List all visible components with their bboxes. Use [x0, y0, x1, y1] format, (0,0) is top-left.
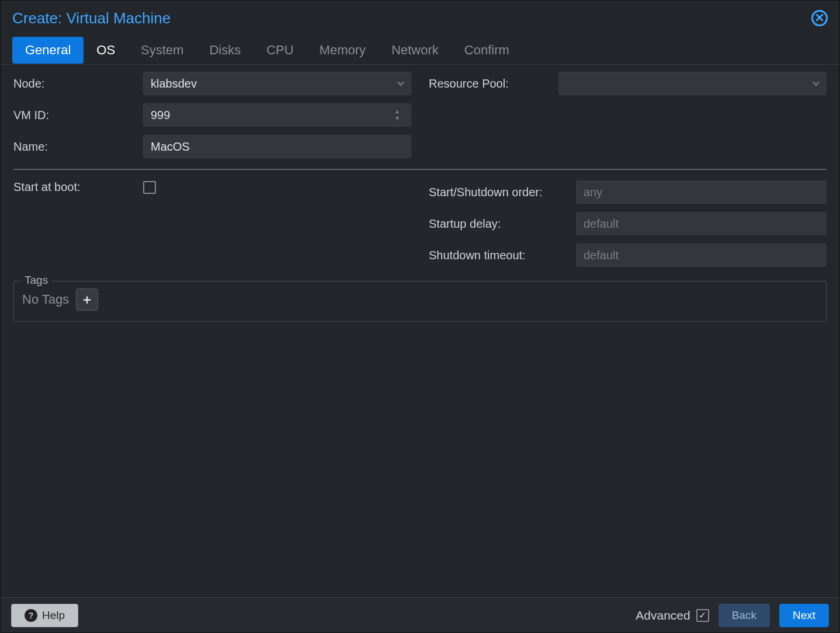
- left-column: Node: klabsdev VM ID: 999 ▴ ▾: [13, 72, 411, 158]
- wizard-tabs: General OS System Disks CPU Memory Netwo…: [1, 36, 839, 65]
- shutdown-timeout-input[interactable]: default: [576, 244, 827, 267]
- startup-delay-placeholder: default: [584, 217, 619, 231]
- tab-disks[interactable]: Disks: [196, 37, 254, 64]
- add-tag-button[interactable]: ＋: [76, 288, 98, 311]
- vmid-field-row: VM ID: 999 ▴ ▾: [13, 103, 411, 127]
- node-value: klabsdev: [151, 77, 197, 91]
- start-shutdown-order-placeholder: any: [584, 186, 602, 199]
- back-button[interactable]: Back: [718, 604, 770, 627]
- tags-legend: Tags: [21, 274, 51, 287]
- next-button[interactable]: Next: [779, 604, 829, 627]
- resource-pool-label: Resource Pool:: [429, 77, 551, 91]
- name-field-row: Name: MacOS: [13, 135, 411, 158]
- dialog-footer: ? Help Advanced Back Next: [1, 597, 839, 632]
- plus-icon: ＋: [81, 291, 93, 308]
- start-at-boot-checkbox[interactable]: [143, 181, 156, 194]
- advanced-left-column: Start at boot:: [13, 180, 411, 267]
- vmid-label: VM ID:: [13, 109, 136, 122]
- chevron-down-icon: [812, 78, 820, 89]
- tags-row: No Tags ＋: [22, 288, 818, 311]
- help-button-label: Help: [42, 609, 65, 622]
- advanced-toggle[interactable]: Advanced: [636, 608, 709, 622]
- tab-cpu[interactable]: CPU: [254, 37, 306, 64]
- close-button[interactable]: [811, 10, 828, 26]
- advanced-settings: Start at boot: Start/Shutdown order: any…: [13, 180, 827, 267]
- advanced-right-column: Start/Shutdown order: any Startup delay:…: [429, 180, 827, 267]
- help-button[interactable]: ? Help: [11, 604, 78, 627]
- basic-settings: Node: klabsdev VM ID: 999 ▴ ▾: [13, 72, 827, 158]
- no-tags-text: No Tags: [22, 292, 69, 307]
- node-field-row: Node: klabsdev: [13, 72, 411, 95]
- name-value: MacOS: [151, 140, 190, 154]
- tab-general[interactable]: General: [12, 37, 84, 64]
- startup-delay-label: Startup delay:: [429, 217, 569, 231]
- section-divider: [13, 169, 827, 170]
- titlebar: Create: Virtual Machine: [1, 1, 839, 36]
- node-select[interactable]: klabsdev: [143, 72, 411, 95]
- vmid-value: 999: [151, 109, 170, 122]
- name-label: Name:: [13, 140, 136, 154]
- dialog-title: Create: Virtual Machine: [12, 9, 171, 27]
- shutdown-timeout-row: Shutdown timeout: default: [429, 244, 827, 267]
- advanced-checkbox[interactable]: [696, 609, 709, 622]
- advanced-label: Advanced: [636, 608, 690, 622]
- tab-confirm[interactable]: Confirm: [452, 37, 522, 64]
- name-input[interactable]: MacOS: [143, 135, 411, 158]
- start-at-boot-label: Start at boot:: [13, 180, 136, 194]
- start-shutdown-order-row: Start/Shutdown order: any: [429, 180, 827, 204]
- form-body: Node: klabsdev VM ID: 999 ▴ ▾: [1, 65, 839, 597]
- tab-memory[interactable]: Memory: [307, 37, 379, 64]
- close-icon: [815, 12, 824, 25]
- startup-delay-input[interactable]: default: [576, 212, 827, 235]
- next-button-label: Next: [793, 609, 815, 622]
- vmid-input[interactable]: 999 ▴ ▾: [143, 103, 411, 127]
- start-shutdown-order-input[interactable]: any: [576, 180, 827, 204]
- shutdown-timeout-label: Shutdown timeout:: [429, 248, 569, 263]
- tab-os[interactable]: OS: [84, 37, 128, 64]
- create-vm-dialog: Create: Virtual Machine General OS Syste…: [0, 0, 840, 633]
- node-label: Node:: [13, 77, 136, 91]
- startup-delay-row: Startup delay: default: [429, 212, 827, 235]
- tab-system[interactable]: System: [128, 37, 196, 64]
- resource-pool-select[interactable]: [558, 72, 827, 95]
- start-at-boot-row: Start at boot:: [13, 180, 411, 194]
- spinner-icon[interactable]: ▴ ▾: [395, 104, 405, 126]
- spinner-down-icon[interactable]: ▾: [395, 116, 405, 121]
- start-shutdown-order-label: Start/Shutdown order:: [429, 185, 569, 200]
- tab-network[interactable]: Network: [379, 37, 452, 64]
- tags-fieldset: Tags No Tags ＋: [13, 281, 827, 322]
- chevron-down-icon: [397, 78, 405, 89]
- back-button-label: Back: [732, 609, 756, 622]
- help-icon: ?: [25, 609, 37, 622]
- right-column: Resource Pool:: [429, 72, 827, 158]
- shutdown-timeout-placeholder: default: [584, 249, 619, 262]
- resource-pool-row: Resource Pool:: [429, 72, 827, 95]
